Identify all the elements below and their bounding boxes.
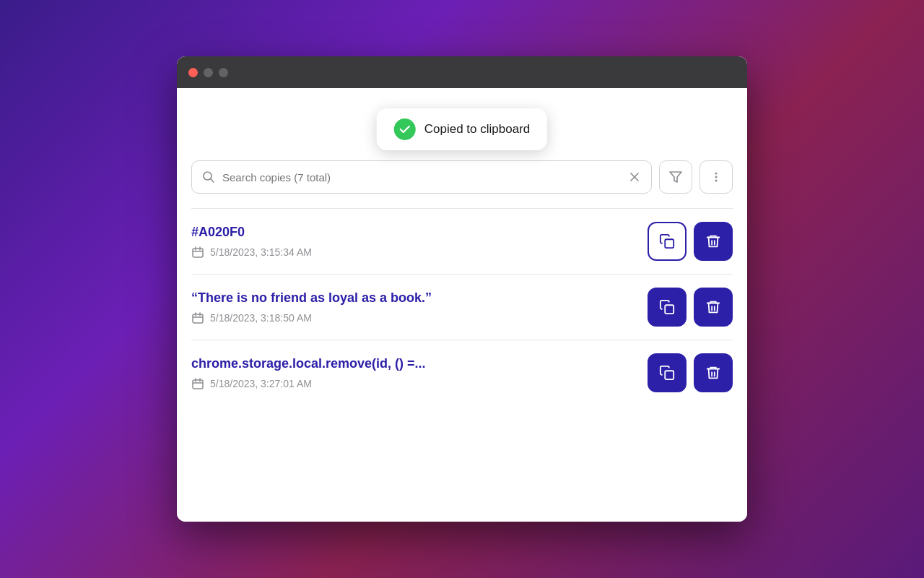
svg-rect-19 [665,305,674,314]
filter-button[interactable] [659,160,692,194]
copy-button[interactable] [648,288,687,327]
titlebar [177,56,747,88]
checkmark-icon [399,124,411,135]
svg-point-6 [715,176,718,178]
clip-item-left: chrome.storage.local.remove(id, () =... … [191,356,633,390]
search-box[interactable] [191,160,652,194]
calendar-icon [191,311,204,324]
delete-button[interactable] [694,353,733,392]
maximize-button[interactable] [219,68,228,77]
clip-actions [648,222,733,261]
clip-item-left: #A020F0 5/18/2023, 3:15:34 AM [191,225,633,259]
list-item: “There is no friend as loyal as a book.”… [191,274,733,340]
svg-rect-15 [193,314,203,323]
clip-date-text: 5/18/2023, 3:27:01 AM [210,378,312,389]
svg-rect-26 [665,371,674,379]
clip-list: #A020F0 5/18/2023, 3:15:34 AM [191,208,733,405]
clip-date: 5/18/2023, 3:27:01 AM [191,377,633,390]
clip-actions [648,288,733,327]
clip-actions [648,353,733,392]
delete-button[interactable] [694,288,733,327]
toast-icon-wrapper [394,118,416,140]
list-item: chrome.storage.local.remove(id, () =... … [191,340,733,405]
search-row [191,160,733,194]
clip-date-text: 5/18/2023, 3:15:34 AM [210,246,312,258]
clip-title: “There is no friend as loyal as a book.” [191,290,633,306]
calendar-icon [191,377,204,390]
app-window: Copied to clipboard [177,56,747,522]
toast-text: Copied to clipboard [424,122,530,137]
clip-date: 5/18/2023, 3:18:50 AM [191,311,633,324]
svg-rect-8 [193,249,203,257]
clip-title: #A020F0 [191,225,633,240]
svg-point-5 [715,173,718,175]
svg-line-1 [211,179,214,183]
search-icon [202,171,215,184]
clip-date: 5/18/2023, 3:15:34 AM [191,246,633,259]
close-button[interactable] [188,68,198,77]
copy-button[interactable] [648,222,687,261]
clear-icon[interactable] [628,171,641,184]
calendar-icon [191,246,204,259]
more-button[interactable] [699,160,733,194]
copy-button[interactable] [648,353,687,392]
minimize-button[interactable] [204,68,213,77]
svg-point-7 [715,180,718,182]
clip-item-left: “There is no friend as loyal as a book.”… [191,290,633,324]
list-item: #A020F0 5/18/2023, 3:15:34 AM [191,208,733,274]
main-content: Copied to clipboard [177,88,747,522]
delete-button[interactable] [694,222,733,261]
toast-notification: Copied to clipboard [377,108,547,150]
svg-rect-12 [665,239,674,248]
clip-date-text: 5/18/2023, 3:18:50 AM [210,312,312,324]
svg-rect-22 [193,380,203,389]
search-input[interactable] [222,171,621,184]
svg-marker-4 [670,172,681,182]
clip-title: chrome.storage.local.remove(id, () =... [191,356,633,371]
